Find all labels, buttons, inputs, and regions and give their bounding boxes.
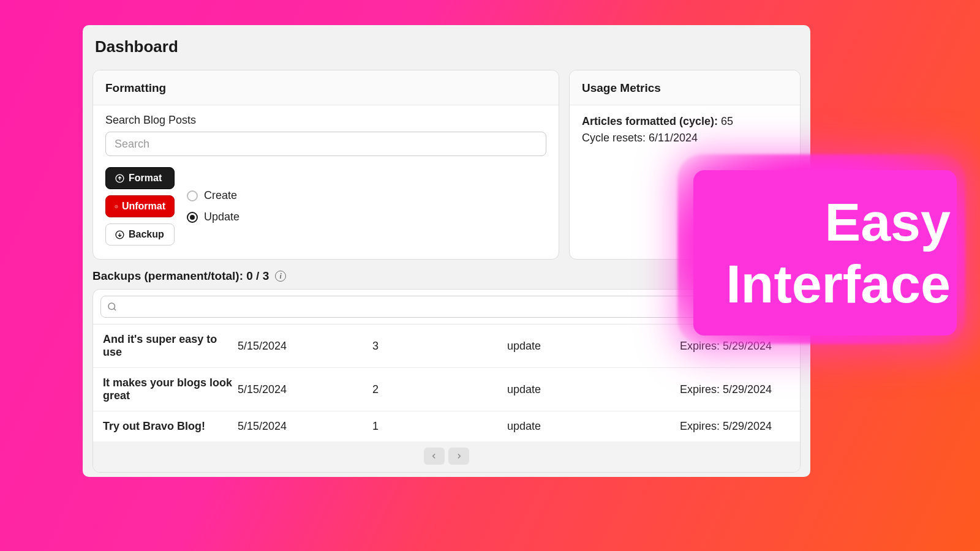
download-circle-icon xyxy=(115,230,125,240)
row-title: Try out Bravo Blog! xyxy=(103,420,238,433)
row-count: 1 xyxy=(372,420,507,433)
row-date: 5/15/2024 xyxy=(238,420,372,433)
formatting-card: Formatting Search Blog Posts Format Unfo… xyxy=(92,70,559,260)
page-title: Dashboard xyxy=(83,25,810,70)
row-title: And it's super easy to use xyxy=(103,333,238,359)
search-icon xyxy=(107,301,118,312)
metric-formatted-value: 65 xyxy=(721,115,733,127)
promo-callout: Easy Interface xyxy=(693,170,957,335)
svg-point-3 xyxy=(108,303,115,310)
radio-update-label: Update xyxy=(204,211,239,223)
backup-button[interactable]: Backup xyxy=(105,223,175,246)
upload-circle-icon xyxy=(115,173,125,184)
info-icon[interactable]: i xyxy=(275,271,286,282)
backup-label: Backup xyxy=(129,229,164,240)
radio-column: Create Update xyxy=(187,189,239,223)
backups-title-value: 0 / 3 xyxy=(246,269,269,282)
unformat-button[interactable]: Unformat xyxy=(105,195,175,217)
controls-row: Format Unformat Backup xyxy=(105,167,546,246)
search-label: Search Blog Posts xyxy=(105,114,546,127)
format-button[interactable]: Format xyxy=(105,167,175,189)
row-date: 5/15/2024 xyxy=(238,340,372,353)
promo-line-1: Easy xyxy=(824,191,951,253)
unformat-label: Unformat xyxy=(122,201,165,212)
row-expires: Expires: 5/29/2024 xyxy=(642,383,790,396)
chevron-left-icon xyxy=(430,452,439,460)
button-column: Format Unformat Backup xyxy=(105,167,175,246)
radio-create-label: Create xyxy=(204,189,237,202)
metric-formatted-label: Articles formatted (cycle): xyxy=(582,115,718,127)
formatting-header: Formatting xyxy=(93,70,559,105)
search-blog-posts-input[interactable] xyxy=(105,132,546,156)
row-count: 2 xyxy=(372,383,507,396)
metric-formatted: Articles formatted (cycle): 65 xyxy=(582,115,788,128)
row-type: update xyxy=(507,340,642,353)
table-row[interactable]: It makes your blogs look great 5/15/2024… xyxy=(93,368,800,411)
metric-reset-value: 6/11/2024 xyxy=(649,132,698,144)
next-page-button[interactable] xyxy=(448,448,469,465)
x-circle-icon xyxy=(115,201,118,212)
metric-reset-label: Cycle resets: xyxy=(582,132,646,144)
metric-reset: Cycle resets: 6/11/2024 xyxy=(582,132,788,144)
row-count: 3 xyxy=(372,340,507,353)
row-type: update xyxy=(507,420,642,433)
radio-create[interactable]: Create xyxy=(187,189,239,202)
table-footer xyxy=(93,441,800,472)
radio-update-control[interactable] xyxy=(187,212,198,223)
row-type: update xyxy=(507,383,642,396)
radio-create-control[interactable] xyxy=(187,190,198,201)
format-label: Format xyxy=(129,173,162,184)
table-row[interactable]: Try out Bravo Blog! 5/15/2024 1 update E… xyxy=(93,411,800,441)
row-title: It makes your blogs look great xyxy=(103,377,238,402)
metrics-header: Usage Metrics xyxy=(570,70,800,105)
row-expires: Expires: 5/29/2024 xyxy=(642,420,790,433)
prev-page-button[interactable] xyxy=(424,448,445,465)
metrics-body: Articles formatted (cycle): 65 Cycle res… xyxy=(570,105,800,158)
chevron-right-icon xyxy=(454,452,463,460)
formatting-body: Search Blog Posts Format Unformat xyxy=(93,105,559,259)
backups-title-prefix: Backups (permanent/total): xyxy=(92,269,246,282)
radio-update[interactable]: Update xyxy=(187,211,239,223)
promo-line-2: Interface xyxy=(726,253,951,315)
row-date: 5/15/2024 xyxy=(238,383,372,396)
